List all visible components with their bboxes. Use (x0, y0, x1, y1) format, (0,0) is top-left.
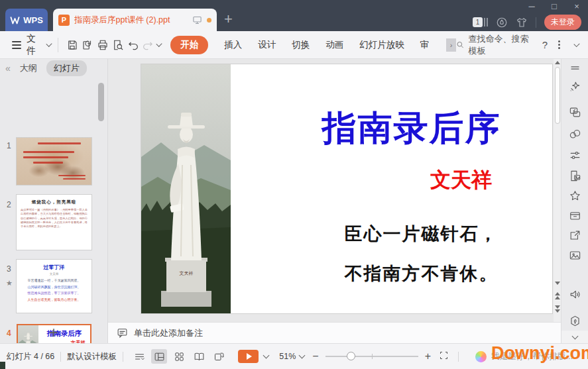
phone-cast-button[interactable] (211, 349, 227, 364)
slide-3-author: 文天祥 (17, 272, 91, 276)
tab-animation[interactable]: 动画 (325, 39, 343, 51)
zoom-slider-knob[interactable] (347, 352, 355, 360)
command-search-input[interactable]: 查找命令、搜索模板 (456, 33, 532, 57)
slide-body-line-2[interactable]: 不指南方不肯休。 (231, 262, 552, 286)
wps-menu-button[interactable]: WPS (5, 9, 48, 31)
notes-bar[interactable]: 单击此处添加备注 (108, 322, 561, 343)
print-button[interactable] (95, 36, 111, 54)
print-preview-button[interactable] (110, 36, 125, 54)
scroll-up-icon[interactable] (555, 61, 560, 64)
template-name[interactable]: 默认设计模板 (67, 351, 117, 362)
preview-icon (112, 39, 124, 51)
tab-slideshow[interactable]: 幻灯片放映 (359, 39, 404, 51)
hexagon-badge-icon[interactable] (567, 313, 582, 328)
ribbon-bar: 文件 开始 插入 设计 切换 动画 幻灯片放映 审 › 查找命令、搜索模板 ? (0, 31, 588, 59)
tab-design[interactable]: 设计 (258, 39, 276, 51)
help-button[interactable]: ? (542, 39, 548, 50)
slide-1-number: 1 (7, 141, 11, 150)
current-slide[interactable]: 指南录后序 文天祥 臣心一片磁针石， 不指南方不肯休。 (141, 64, 552, 313)
more-options-icon[interactable] (558, 39, 560, 50)
collapse-panel-button[interactable]: « (5, 63, 11, 74)
new-tab-button[interactable]: + (224, 11, 233, 28)
tab-insert[interactable]: 插入 (224, 39, 242, 51)
slide-counter[interactable]: 幻灯片 4 / 66 (7, 351, 54, 362)
document-tab-title: 指南录后序ppt课件 (2).ppt (74, 15, 188, 26)
file-menu-chevron-icon[interactable] (46, 40, 52, 46)
scroll-down-icon[interactable] (555, 282, 560, 285)
minimize-button[interactable]: ─ (526, 1, 538, 11)
tab-transitions[interactable]: 切换 (292, 39, 310, 51)
close-button[interactable]: × (571, 1, 583, 11)
slide-editor-canvas[interactable]: 指南录后序 文天祥 臣心一片磁针石， 不指南方不肯休。 (108, 59, 561, 322)
share-export-icon[interactable] (567, 228, 582, 242)
redo-button[interactable] (141, 36, 156, 54)
activity-fire-icon[interactable] (496, 17, 508, 28)
status-bar: 幻灯片 4 / 66 默认设计模板 51% − + 我是墨仔，帮你排版... (0, 343, 588, 369)
next-slide-button[interactable] (555, 305, 560, 313)
shapes-icon[interactable] (567, 127, 582, 141)
save-button[interactable] (65, 36, 80, 54)
tabs-overflow-button[interactable]: › (446, 38, 456, 52)
design-resources-icon[interactable] (567, 168, 582, 183)
slide-sorter-view-button[interactable] (171, 349, 187, 364)
reading-view-button[interactable] (191, 349, 207, 364)
play-icon (247, 353, 252, 360)
zoom-out-button[interactable]: − (312, 350, 318, 362)
tab-slides[interactable]: 幻灯片 (46, 60, 87, 76)
file-menu[interactable]: 文件 (27, 33, 43, 57)
wps-label: WPS (23, 15, 43, 25)
template-swap-icon[interactable] (567, 105, 582, 119)
assistant-text[interactable]: 我是墨仔，帮你排版... (491, 351, 573, 362)
panel-handle-icon[interactable] (567, 60, 582, 75)
hamburger-icon[interactable] (12, 39, 21, 51)
editor-scrollbar[interactable] (554, 59, 561, 322)
collapse-tools-button[interactable] (561, 331, 588, 343)
previous-slide-button[interactable] (555, 292, 560, 299)
editor-scrollbar-thumb[interactable] (555, 67, 560, 124)
login-button[interactable]: 未登录 (544, 15, 581, 30)
zoom-level[interactable]: 51% (279, 352, 296, 361)
panel-scrollbar-thumb[interactable] (98, 83, 104, 121)
picture-icon[interactable] (567, 248, 582, 262)
document-tab[interactable]: P 指南录后序ppt课件 (2).ppt (53, 9, 217, 31)
audio-speaker-icon[interactable] (567, 287, 582, 301)
ribbon-separator (58, 38, 58, 52)
slide-author-text[interactable]: 文天祥 (231, 166, 552, 194)
slide-3-title: 过零丁洋 (17, 264, 91, 271)
play-options-chevron-icon[interactable] (263, 352, 270, 359)
slide-1-thumbnail[interactable] (17, 138, 91, 185)
favorites-star-icon[interactable] (567, 188, 582, 203)
zoom-slider[interactable] (325, 356, 418, 357)
slide-3-thumbnail[interactable]: 过零丁洋 文天祥 辛苦遭逢起一经，干戈寥落四周星。 山河破碎风飘絮，身世浮沉雨打… (17, 260, 91, 313)
smart-beautify-icon[interactable] (567, 79, 582, 93)
slide-title-text[interactable]: 指南录后序 (231, 105, 552, 152)
quick-access-chevron-icon[interactable] (156, 40, 162, 46)
slide-body-line-1[interactable]: 臣心一片磁针石， (231, 222, 552, 246)
maximize-button[interactable]: □ (548, 1, 560, 11)
window-controls: ─ □ × (526, 1, 583, 11)
zoom-in-button[interactable]: + (425, 350, 431, 362)
zoom-chevron-icon[interactable] (299, 352, 306, 359)
normal-view-button[interactable] (151, 349, 167, 364)
ai-assistant-icon[interactable] (475, 351, 487, 362)
collapse-ribbon-chevron-icon[interactable] (573, 40, 579, 46)
slide-2-thumbnail[interactable]: 燃烧我心，照亮黑暗 高尔基写过一篇《丹柯的故事》：丹柯要带领一群人走出黑暗的森林… (17, 195, 91, 250)
fit-to-window-button[interactable] (439, 350, 449, 362)
add-slide-button[interactable]: + (0, 324, 107, 342)
tab-outline[interactable]: 大纲 (20, 62, 37, 74)
object-adjust-sliders-icon[interactable] (567, 148, 582, 162)
notes-placeholder: 单击此处添加备注 (134, 327, 203, 339)
skin-shirt-icon[interactable] (516, 17, 528, 28)
output-button[interactable] (80, 36, 95, 54)
undo-button[interactable] (125, 36, 141, 54)
search-placeholder: 查找命令、搜索模板 (468, 33, 531, 57)
statue-photo[interactable] (141, 64, 231, 313)
material-box-icon[interactable] (567, 208, 582, 223)
notes-toggle-button[interactable] (131, 349, 147, 364)
slide-2-title: 燃烧我心，照亮黑暗 (17, 199, 91, 205)
open-documents-badge[interactable]: 1 (473, 17, 488, 27)
tab-review-truncated[interactable]: 审 (420, 39, 430, 51)
corner-artifact (0, 362, 5, 369)
tab-home[interactable]: 开始 (170, 36, 208, 54)
play-slideshow-button[interactable] (238, 350, 259, 363)
